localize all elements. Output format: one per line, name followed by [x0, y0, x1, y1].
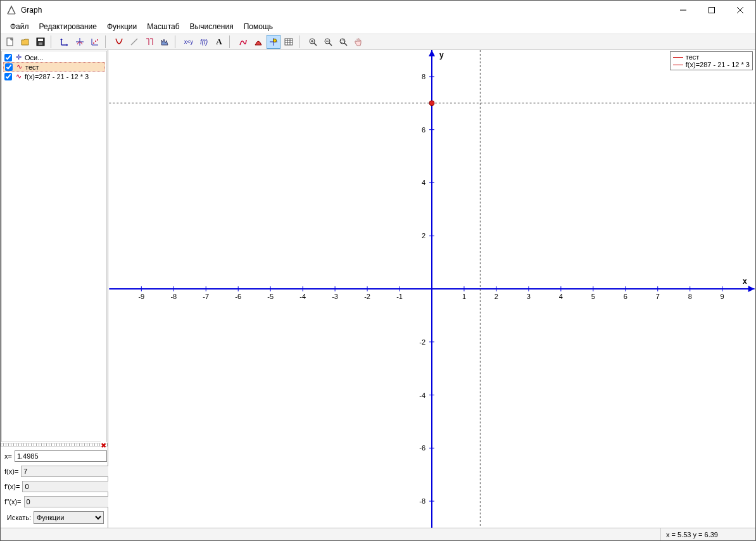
- titlebar: Graph: [1, 1, 755, 20]
- tangent-icon[interactable]: [127, 35, 141, 49]
- toolbar: x<y f(t) A: [1, 34, 755, 50]
- zoom-out-icon[interactable]: [321, 35, 335, 49]
- search-label: Искать:: [4, 514, 31, 521]
- tree-check-func[interactable]: [4, 73, 12, 80]
- svg-rect-2: [709, 8, 714, 13]
- menu-calc[interactable]: Вычисления: [186, 21, 238, 32]
- svg-text:-7: -7: [203, 293, 209, 300]
- pan-icon[interactable]: [351, 35, 365, 49]
- zoom-in-icon[interactable]: [306, 35, 320, 49]
- menu-help[interactable]: Помощь: [239, 21, 277, 32]
- save-file-icon[interactable]: [34, 35, 47, 49]
- x-input[interactable]: [15, 450, 107, 462]
- shade-icon[interactable]: [158, 35, 172, 49]
- svg-text:-4: -4: [299, 293, 306, 300]
- svg-point-23: [274, 39, 277, 42]
- svg-text:-2: -2: [364, 293, 370, 300]
- legend-line-icon: [673, 57, 683, 58]
- dfx-output: [22, 481, 115, 492]
- legend-label: f(x)=287 - 21 - 12 * 3: [686, 61, 750, 68]
- open-file-icon[interactable]: [18, 35, 32, 49]
- menubar: Файл Редактирование Функции Масштаб Вычи…: [1, 20, 755, 34]
- parabola-icon[interactable]: [112, 35, 126, 49]
- menu-edit[interactable]: Редактирование: [35, 21, 101, 32]
- minimize-button[interactable]: [669, 1, 697, 19]
- menu-functions[interactable]: Функции: [103, 21, 141, 32]
- svg-text:-3: -3: [332, 293, 338, 300]
- svg-text:8: 8: [422, 73, 425, 80]
- svg-line-20: [131, 39, 137, 45]
- maximize-button[interactable]: [697, 1, 726, 19]
- svg-line-30: [314, 43, 317, 46]
- svg-marker-11: [66, 44, 68, 46]
- svg-line-34: [329, 43, 332, 46]
- tree-label: f(x)=287 - 21 - 12 * 3: [25, 73, 89, 80]
- evaluate-icon[interactable]: [267, 35, 280, 49]
- svg-marker-12: [60, 39, 63, 40]
- ft-icon[interactable]: f(t): [197, 35, 211, 49]
- svg-line-37: [344, 43, 347, 46]
- svg-rect-24: [285, 39, 293, 45]
- tree-row-test[interactable]: ∿ тест: [3, 62, 105, 72]
- relation-icon[interactable]: x<y: [182, 35, 196, 49]
- close-button[interactable]: [726, 1, 754, 19]
- svg-text:4: 4: [422, 179, 425, 186]
- tree-label: тест: [25, 63, 39, 71]
- fx-output: [21, 466, 113, 477]
- function-tree[interactable]: ✛ Оси... ∿ тест ∿ f(x)=287 - 21 - 12 * 3: [1, 51, 107, 442]
- splitter-handle[interactable]: ✖: [1, 443, 108, 447]
- svg-text:2: 2: [422, 232, 425, 239]
- separator: [51, 35, 54, 48]
- text-icon[interactable]: A: [212, 35, 226, 49]
- svg-point-99: [429, 101, 434, 106]
- trace-icon[interactable]: [236, 35, 250, 49]
- table-icon[interactable]: [282, 35, 296, 49]
- main-area: ✛ Оси... ∿ тест ∿ f(x)=287 - 21 - 12 * 3…: [1, 50, 755, 528]
- svg-point-19: [97, 39, 98, 41]
- svg-text:3: 3: [527, 293, 531, 300]
- status-coords: x = 5.53 y = 6.39: [660, 528, 755, 540]
- tree-check-test[interactable]: [5, 63, 13, 71]
- coordinate-plane[interactable]: -9-8-7-6-5-4-3-2-1123456789-8-6-4-22468x…: [108, 50, 755, 528]
- axes-log-icon[interactable]: [88, 35, 102, 49]
- x-label: x=: [4, 452, 12, 460]
- svg-text:2: 2: [495, 293, 498, 300]
- axes-variant-icon[interactable]: [73, 35, 87, 49]
- tree-check-axes[interactable]: [4, 54, 12, 61]
- svg-text:6: 6: [422, 126, 425, 134]
- separator: [299, 35, 303, 48]
- svg-text:7: 7: [656, 293, 660, 300]
- new-file-icon[interactable]: [3, 35, 17, 49]
- separator: [175, 35, 179, 48]
- wave-icon: ∿: [15, 63, 23, 71]
- svg-text:-6: -6: [235, 293, 241, 300]
- svg-text:-9: -9: [138, 293, 144, 300]
- legend-line-icon: [673, 65, 683, 65]
- zoom-rect-icon[interactable]: [336, 35, 350, 49]
- svg-rect-8: [39, 42, 42, 45]
- tree-row-func[interactable]: ∿ f(x)=287 - 21 - 12 * 3: [3, 72, 105, 81]
- sidebar: ✛ Оси... ∿ тест ∿ f(x)=287 - 21 - 12 * 3…: [1, 50, 108, 528]
- brush-icon[interactable]: [142, 35, 156, 49]
- svg-text:8: 8: [688, 293, 692, 300]
- menu-zoom[interactable]: Масштаб: [142, 21, 184, 32]
- axes-tool-icon[interactable]: [58, 35, 72, 49]
- svg-point-17: [93, 42, 94, 44]
- separator: [229, 35, 233, 48]
- tree-row-axes[interactable]: ✛ Оси...: [3, 53, 105, 62]
- svg-text:4: 4: [559, 293, 563, 300]
- menu-file[interactable]: Файл: [6, 21, 34, 32]
- svg-rect-38: [341, 40, 344, 42]
- axes-icon: ✛: [14, 53, 23, 61]
- svg-text:-4: -4: [419, 391, 425, 399]
- tree-label: Оси...: [25, 54, 43, 61]
- search-select[interactable]: Функции: [34, 511, 104, 524]
- d2fx-output: [24, 496, 117, 507]
- plot-area[interactable]: -9-8-7-6-5-4-3-2-1123456789-8-6-4-22468x…: [108, 50, 755, 528]
- fill-area-icon[interactable]: [251, 35, 265, 49]
- svg-text:6: 6: [624, 293, 627, 300]
- legend-label: тест: [686, 53, 700, 61]
- app-icon: [6, 4, 17, 16]
- panel-close-icon[interactable]: ✖: [101, 442, 106, 450]
- legend-row: тест: [673, 53, 750, 61]
